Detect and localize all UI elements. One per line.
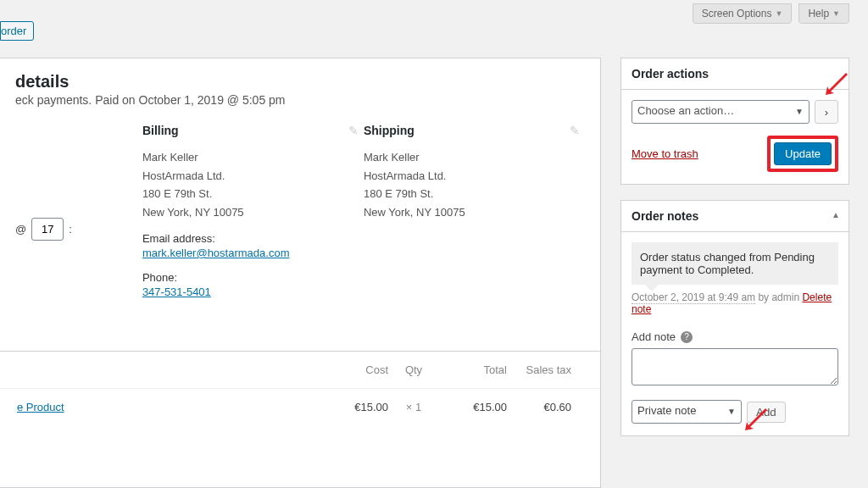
note-type-label: Private note [637,404,696,417]
screen-options-label: Screen Options [702,8,772,19]
item-product-link[interactable]: e Product [17,401,64,413]
order-minute-input[interactable] [31,218,64,241]
item-tax: €0.60 [507,401,583,413]
shipping-street: 180 E 79th St. [364,186,585,202]
billing-street: 180 E 79th St. [142,186,364,202]
item-qty: × 1 [388,401,439,413]
col-total: Total [439,363,507,376]
items-header: Cost Qty Total Sales tax [0,352,600,388]
col-cost: Cost [329,363,388,376]
add-order-label: order [1,25,26,37]
note-by: by admin [755,291,802,303]
billing-name: Mark Keller [142,149,364,166]
item-cost: €15.00 [329,401,388,413]
add-order-button[interactable]: order [0,21,34,41]
order-actions-box: Order actions Choose an action… › Move t… [620,58,849,185]
billing-phone-label: Phone: [142,271,364,284]
page-title: details [15,72,585,92]
shipping-address: Mark Keller HostArmada Ltd. 180 E 79th S… [364,149,585,220]
order-notes-heading: Order notes [632,209,698,223]
help-icon[interactable]: ? [681,331,693,343]
col-qty: Qty [388,363,439,376]
move-to-trash-link[interactable]: Move to trash [632,147,698,160]
note-type-select[interactable]: Private note [632,400,742,424]
pencil-icon[interactable]: ✎ [348,124,359,137]
note-item: Order status changed from Pending paymen… [632,242,838,285]
shipping-name: Mark Keller [364,149,585,166]
add-note-label: Add note [632,330,676,343]
help-label: Help [808,8,829,19]
billing-company: HostArmada Ltd. [142,168,364,185]
apply-action-button[interactable]: › [815,100,838,124]
item-total: €15.00 [439,401,507,413]
shipping-city: New York, NY 10075 [364,204,585,221]
page-subtitle: eck payments. Paid on October 1, 2019 @ … [15,93,585,107]
pencil-icon[interactable]: ✎ [570,124,580,137]
billing-email-link[interactable]: mark.keller@hostarmada.com [142,247,290,259]
chevron-down-icon: ▼ [832,9,840,18]
time-colon: : [69,223,72,236]
order-items-panel: Cost Qty Total Sales tax e Product €15.0… [0,351,601,488]
chevron-up-icon[interactable]: ▲ [832,210,840,219]
chevron-right-icon: › [825,106,828,119]
order-actions-heading: Order actions [632,67,709,80]
billing-email-label: Email address: [142,232,364,245]
chevron-down-icon: ▼ [775,9,782,18]
billing-phone-link[interactable]: 347-531-5401 [142,286,211,298]
update-button[interactable]: Update [774,142,832,165]
shipping-company: HostArmada Ltd. [364,168,585,185]
order-action-select[interactable]: Choose an action… [632,100,810,124]
billing-city: New York, NY 10075 [142,204,364,221]
note-timestamp: October 2, 2019 at 9:49 am [632,291,755,304]
update-highlight: Update [767,136,838,172]
help-button[interactable]: Help ▼ [798,3,849,24]
billing-heading: Billing [142,124,364,137]
note-meta: October 2, 2019 at 9:49 am by admin Dele… [632,291,838,315]
add-note-textarea[interactable] [632,348,838,385]
table-row: e Product €15.00 × 1 €15.00 €0.60 [0,388,600,425]
order-notes-box: Order notes ▲ Order status changed from … [620,200,849,436]
note-text: Order status changed from Pending paymen… [640,251,815,276]
order-action-select-label: Choose an action… [637,104,734,117]
screen-options-button[interactable]: Screen Options ▼ [693,3,793,24]
shipping-heading: Shipping [364,124,585,137]
billing-address: Mark Keller HostArmada Ltd. 180 E 79th S… [142,149,364,220]
col-tax: Sales tax [507,363,583,376]
add-note-button[interactable]: Add [747,402,786,423]
time-at: @ [15,223,26,236]
